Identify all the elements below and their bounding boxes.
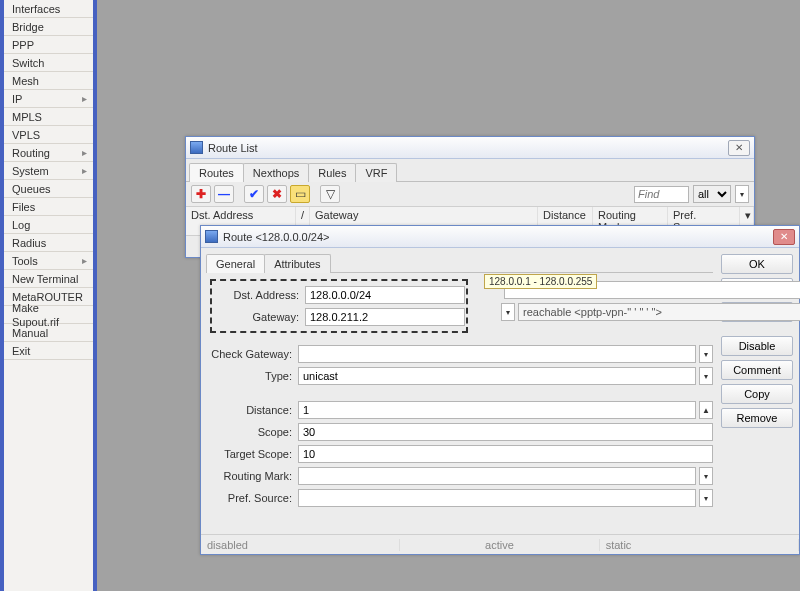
spin-up-icon[interactable]: ▲	[699, 401, 713, 419]
close-icon: ✕	[780, 231, 788, 242]
comment-button[interactable]: ▭	[290, 185, 310, 203]
sidebar-inner: Interfaces Bridge PPP Switch Mesh IP▸ MP…	[0, 0, 93, 591]
row-routing-mark: Routing Mark: ▾	[206, 467, 713, 485]
routing-mark-input[interactable]	[298, 467, 696, 485]
gateway-input[interactable]	[305, 308, 465, 326]
menu-label: Switch	[12, 56, 44, 70]
tab-routes[interactable]: Routes	[189, 163, 244, 182]
find-input[interactable]	[634, 186, 689, 203]
menu-radius[interactable]: Radius	[4, 234, 93, 252]
menu-files[interactable]: Files	[4, 198, 93, 216]
dst-address-input[interactable]	[305, 286, 465, 304]
ip-range-tooltip: 128.0.0.1 - 128.0.0.255	[484, 274, 597, 289]
menu-label: IP	[12, 92, 22, 106]
dropdown-icon[interactable]: ▾	[699, 467, 713, 485]
menu-exit[interactable]: Exit	[4, 342, 93, 360]
status-active: active	[400, 539, 599, 551]
dropdown-icon[interactable]: ▾	[699, 489, 713, 507]
enable-button[interactable]: ✔	[244, 185, 264, 203]
close-icon: ✕	[735, 142, 743, 153]
row-pref-source: Pref. Source: ▾	[206, 489, 713, 507]
scope-input[interactable]	[298, 423, 713, 441]
close-button[interactable]: ✕	[773, 229, 795, 245]
disable-button[interactable]: ✖	[267, 185, 287, 203]
menu-mpls[interactable]: MPLS	[4, 108, 93, 126]
tab-vrf[interactable]: VRF	[355, 163, 397, 182]
route-dialog-titlebar[interactable]: Route <128.0.0.0/24> ✕	[201, 226, 799, 248]
remove-button[interactable]: Remove	[721, 408, 793, 428]
gateway-label: Gateway:	[213, 311, 305, 323]
route-dialog-statusbar: disabled active static	[201, 534, 799, 554]
menu-vpls[interactable]: VPLS	[4, 126, 93, 144]
route-list-titlebar[interactable]: Route List ✕	[186, 137, 754, 159]
menu-switch[interactable]: Switch	[4, 54, 93, 72]
menu-label: Tools	[12, 254, 38, 268]
route-list-title: Route List	[208, 142, 258, 154]
row-dst-address: Dst. Address:	[213, 286, 465, 304]
check-icon: ✔	[249, 187, 259, 201]
close-button[interactable]: ✕	[728, 140, 750, 156]
plus-icon: ✚	[196, 187, 206, 201]
highlighted-fields: Dst. Address: Gateway:	[210, 279, 468, 333]
target-scope-input[interactable]	[298, 445, 713, 463]
note-icon: ▭	[295, 187, 306, 201]
menu-ip[interactable]: IP▸	[4, 90, 93, 108]
menu-label: Files	[12, 200, 35, 214]
check-gateway-input[interactable]	[298, 345, 696, 363]
menu-ppp[interactable]: PPP	[4, 36, 93, 54]
pref-source-label: Pref. Source:	[206, 492, 298, 504]
menu-tools[interactable]: Tools▸	[4, 252, 93, 270]
menu-log[interactable]: Log	[4, 216, 93, 234]
dropdown-icon[interactable]: ▾	[699, 367, 713, 385]
menu-label: Mesh	[12, 74, 39, 88]
menu-label: Radius	[12, 236, 46, 250]
filter-dropdown-icon[interactable]: ▾	[735, 185, 749, 203]
ok-button[interactable]: OK	[721, 254, 793, 274]
route-dialog-main: General Attributes Dst. Address: Gateway…	[201, 248, 721, 534]
row-target-scope: Target Scope:	[206, 445, 713, 463]
gateway-dropdown-icon[interactable]: ▾	[501, 303, 515, 321]
menu-bridge[interactable]: Bridge	[4, 18, 93, 36]
check-gateway-label: Check Gateway:	[206, 348, 298, 360]
row-type: Type: ▾	[206, 367, 713, 385]
menu-queues[interactable]: Queues	[4, 180, 93, 198]
app-icon	[205, 230, 218, 243]
status-disabled: disabled	[201, 539, 400, 551]
comment-button[interactable]: Comment	[721, 360, 793, 380]
submenu-indicator: ▸	[82, 92, 87, 106]
tab-attributes[interactable]: Attributes	[264, 254, 330, 273]
menu-new-terminal[interactable]: New Terminal	[4, 270, 93, 288]
menu-label: Log	[12, 218, 30, 232]
route-dialog-tabs: General Attributes	[206, 253, 713, 273]
main-sidebar: Interfaces Bridge PPP Switch Mesh IP▸ MP…	[0, 0, 97, 591]
remove-button[interactable]: —	[214, 185, 234, 203]
submenu-indicator: ▸	[82, 164, 87, 178]
menu-system[interactable]: System▸	[4, 162, 93, 180]
dst-address-label: Dst. Address:	[213, 289, 305, 301]
tab-general[interactable]: General	[206, 254, 265, 273]
disable-button[interactable]: Disable	[721, 336, 793, 356]
tab-nexthops[interactable]: Nexthops	[243, 163, 309, 182]
filter-select[interactable]: all	[693, 185, 731, 203]
distance-input[interactable]	[298, 401, 696, 419]
menu-label: PPP	[12, 38, 34, 52]
copy-button[interactable]: Copy	[721, 384, 793, 404]
tab-rules[interactable]: Rules	[308, 163, 356, 182]
gateway-ext: ▾ ◆	[501, 303, 800, 321]
add-button[interactable]: ✚	[191, 185, 211, 203]
menu-label: MPLS	[12, 110, 42, 124]
menu-mesh[interactable]: Mesh	[4, 72, 93, 90]
menu-interfaces[interactable]: Interfaces	[4, 0, 93, 18]
status-static: static	[600, 539, 799, 551]
minus-icon: —	[218, 187, 230, 201]
submenu-indicator: ▸	[82, 146, 87, 160]
menu-label: Manual	[12, 326, 48, 340]
dropdown-icon[interactable]: ▾	[699, 345, 713, 363]
type-label: Type:	[206, 370, 298, 382]
menu-label: Exit	[12, 344, 30, 358]
menu-routing[interactable]: Routing▸	[4, 144, 93, 162]
menu-make-supout[interactable]: Make Supout.rif	[4, 306, 93, 324]
pref-source-input[interactable]	[298, 489, 696, 507]
filter-button[interactable]: ▽	[320, 185, 340, 203]
type-input[interactable]	[298, 367, 696, 385]
